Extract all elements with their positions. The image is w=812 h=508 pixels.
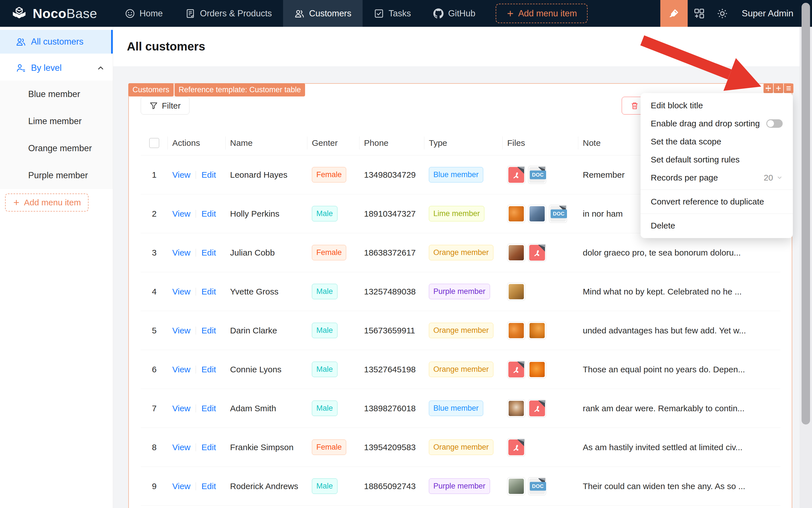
edit-link[interactable]: Edit <box>201 326 216 335</box>
pdf-file-icon[interactable] <box>528 399 546 418</box>
select-all-checkbox[interactable] <box>149 138 159 148</box>
plugin-manager-button[interactable] <box>688 0 711 27</box>
nav-item-orders-products[interactable]: Orders & Products <box>174 0 283 27</box>
doc-badge: DOC <box>551 209 567 218</box>
nav-item-github[interactable]: GitHub <box>422 0 486 27</box>
settings-button[interactable] <box>711 0 734 27</box>
view-link[interactable]: View <box>172 365 190 374</box>
add-block-icon[interactable] <box>774 84 783 93</box>
menu-item-records-per-page[interactable]: Records per page20 <box>641 169 793 187</box>
scrollbar-thumb[interactable] <box>802 3 810 424</box>
menu-item-edit-block-title[interactable]: Edit block title <box>641 96 793 115</box>
gender-cell: Male <box>307 284 359 299</box>
menu-item-label: Records per page <box>651 173 718 182</box>
nav-item-tasks[interactable]: Tasks <box>363 0 422 27</box>
ui-editor-button[interactable] <box>660 0 688 27</box>
doc-file-icon[interactable]: DOC <box>528 166 546 184</box>
view-link[interactable]: View <box>172 209 190 219</box>
sidebar-item-orange-member[interactable]: Orange member <box>0 135 113 162</box>
collection-tag: Customers <box>128 83 174 96</box>
nav-item-customers[interactable]: Customers <box>283 0 363 27</box>
pdf-file-icon[interactable] <box>507 361 525 379</box>
view-link[interactable]: View <box>172 404 190 413</box>
image-thumbnail[interactable] <box>507 477 525 495</box>
image-thumbnail[interactable] <box>528 361 546 379</box>
active-indicator <box>111 30 113 54</box>
image-thumbnail[interactable] <box>507 205 525 223</box>
drag-sort-toggle[interactable] <box>766 119 783 128</box>
sidebar-item-lime-member[interactable]: Lime member <box>0 108 113 135</box>
filter-button[interactable]: Filter <box>141 97 189 115</box>
records-per-page-select[interactable]: 20 <box>764 173 783 182</box>
pdf-file-icon[interactable] <box>507 166 525 184</box>
image-thumbnail[interactable] <box>528 205 546 223</box>
edit-link[interactable]: Edit <box>201 404 216 413</box>
type-tag: Orange member <box>429 323 493 338</box>
type-cell: Purple member <box>424 478 503 494</box>
edit-link[interactable]: Edit <box>201 481 216 491</box>
gender-cell: Male <box>307 206 359 221</box>
funnel-icon <box>149 101 158 110</box>
drag-handle-icon[interactable] <box>764 84 773 93</box>
type-cell: Orange member <box>424 323 503 338</box>
user-menu[interactable]: Super Admin <box>734 0 812 27</box>
gender-tag: Male <box>312 400 337 416</box>
edit-link[interactable]: Edit <box>201 248 216 257</box>
action-divider <box>196 288 196 296</box>
view-link[interactable]: View <box>172 248 190 257</box>
image-thumbnail[interactable] <box>507 244 525 262</box>
designer-block-tags: Customers Reference template: Customer t… <box>128 83 305 96</box>
edit-link[interactable]: Edit <box>201 209 216 219</box>
actions-cell: ViewEdit <box>168 442 226 452</box>
pdf-file-icon[interactable] <box>507 438 525 456</box>
sidebar-add-menu-item-button[interactable]: Add menu item <box>5 194 89 212</box>
gender-tag: Female <box>312 245 346 260</box>
edit-link[interactable]: Edit <box>201 170 216 180</box>
image-thumbnail[interactable] <box>507 283 525 301</box>
actions-cell: ViewEdit <box>168 170 226 180</box>
sidebar-item-all-customers[interactable]: All customers <box>0 30 113 54</box>
sidebar-item-purple-member[interactable]: Purple member <box>0 162 113 189</box>
edit-link[interactable]: Edit <box>201 365 216 374</box>
view-link[interactable]: View <box>172 481 190 491</box>
files-cell: DOC <box>503 477 578 495</box>
sidebar-item-blue-member[interactable]: Blue member <box>0 81 113 108</box>
sidebar-item-label: Lime member <box>28 116 82 126</box>
pdf-glyph <box>510 365 522 376</box>
pdf-file-icon[interactable] <box>528 244 546 262</box>
doc-file-icon[interactable]: DOC <box>549 205 567 223</box>
gender-cell: Female <box>307 167 359 182</box>
table-row: 5ViewEditDarin ClarkeMale15673659911Oran… <box>141 311 780 350</box>
menu-item-set-default-sorting-rules[interactable]: Set default sorting rules <box>641 151 793 169</box>
image-thumbnail[interactable] <box>507 322 525 340</box>
row-number: 2 <box>141 209 168 219</box>
menu-item-enable-drag-and-drop-sorting[interactable]: Enable drag and drop sorting <box>641 115 793 133</box>
doc-file-icon[interactable]: DOC <box>528 477 546 495</box>
action-divider <box>196 210 196 218</box>
view-link[interactable]: View <box>172 170 190 180</box>
image-thumbnail[interactable] <box>528 322 546 340</box>
nav-add-menu-item-button[interactable]: Add menu item <box>496 4 588 23</box>
view-link[interactable]: View <box>172 326 190 335</box>
note-cell: Those an equal point no years do. Depen.… <box>578 365 780 374</box>
sidebar-add-menu-item-label: Add menu item <box>24 198 81 207</box>
gender-cell: Female <box>307 245 359 260</box>
menu-item-delete[interactable]: Delete <box>641 217 793 235</box>
view-link[interactable]: View <box>172 442 190 452</box>
nocobase-logo[interactable]: NocoBase <box>0 0 114 27</box>
row-number: 8 <box>141 442 168 452</box>
edit-link[interactable]: Edit <box>201 287 216 296</box>
sidebar-item-label: All customers <box>31 37 84 47</box>
chevron-up-icon[interactable] <box>96 64 105 72</box>
nav-item-home[interactable]: Home <box>114 0 174 27</box>
image-thumbnail[interactable] <box>507 399 525 418</box>
menu-item-convert-reference-to-duplicate[interactable]: Convert reference to duplicate <box>641 193 793 211</box>
menu-item-set-the-data-scope[interactable]: Set the data scope <box>641 133 793 151</box>
sidebar-group-by-level[interactable]: By level <box>0 55 113 81</box>
view-link[interactable]: View <box>172 287 190 296</box>
block-settings-menu-icon[interactable] <box>784 84 794 93</box>
type-cell: Orange member <box>424 439 503 455</box>
edit-link[interactable]: Edit <box>201 442 216 452</box>
type-cell: Orange member <box>424 362 503 377</box>
menu-item-label: Edit block title <box>651 101 703 110</box>
